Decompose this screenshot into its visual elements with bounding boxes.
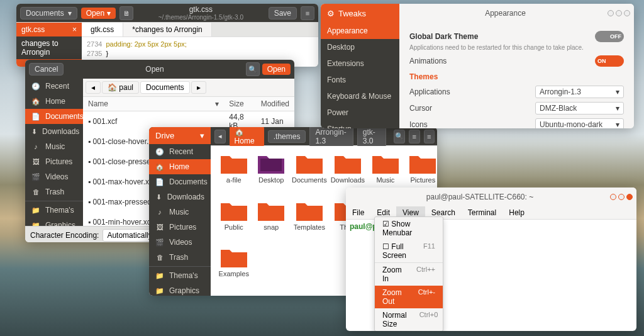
open-button[interactable]: Open <box>262 64 291 75</box>
open-button[interactable]: Open ▾ <box>81 8 116 19</box>
search-icon[interactable]: 🔍 <box>394 130 405 143</box>
tab-changes[interactable]: *changes to Arrongin <box>123 23 211 36</box>
sidebar-item[interactable]: 📁Thema's <box>25 203 83 218</box>
anim-toggle[interactable]: ON <box>595 55 624 67</box>
place-icon: ⬇ <box>155 193 162 201</box>
close-icon[interactable]: × <box>72 25 77 34</box>
menubar-item[interactable]: Help <box>502 206 531 219</box>
sidebar-item[interactable]: 🕘Recent <box>149 144 211 159</box>
folder-item[interactable]: Public <box>217 199 251 243</box>
new-doc-icon[interactable]: 🗎 <box>119 6 133 20</box>
sidebar-item[interactable]: 🖼Pictures <box>25 154 83 169</box>
chevron-down-icon[interactable]: ▾ <box>200 131 204 140</box>
window-close-icon[interactable] <box>626 194 633 200</box>
col-modified[interactable]: Modified <box>256 97 294 111</box>
col-name[interactable]: Name <box>83 97 210 111</box>
terminal-window: paul@paul-SATELLITE-C660: ~ FileEditView… <box>346 188 636 331</box>
tweaks-nav-item[interactable]: Desktop <box>321 39 399 55</box>
sidebar-item[interactable]: ♪Music <box>25 139 83 154</box>
sidebar-item[interactable]: 📄Documents <box>25 109 83 124</box>
window-close-icon[interactable] <box>624 10 630 16</box>
themes-header: Themes <box>409 72 624 81</box>
menubar-item[interactable]: File <box>346 206 370 219</box>
sidebar-item[interactable]: 🏠Home <box>25 94 83 109</box>
path-user[interactable]: 🏠 paul <box>102 81 139 94</box>
cancel-button[interactable]: Cancel <box>29 63 64 76</box>
tweaks-nav-item[interactable]: Fonts <box>321 72 399 88</box>
back-button[interactable]: ◂ <box>86 81 101 94</box>
place-icon: ⬇ <box>31 128 37 136</box>
editor-filename: gtk.css <box>137 5 265 14</box>
tweaks-nav-item[interactable]: Keyboard & Mouse <box>321 88 399 104</box>
file-icon: ▪ <box>88 157 91 166</box>
docs-dropdown[interactable]: Documents ▾ <box>20 7 77 20</box>
crumb[interactable]: gtk-3.0 <box>357 127 387 147</box>
folder-item[interactable]: Templates <box>292 199 327 243</box>
crumb[interactable]: .themes <box>268 130 306 143</box>
theme-select[interactable]: Ubuntu-mono-dark▾ <box>535 118 624 128</box>
sidebar-item[interactable]: 📁Graphics <box>149 283 211 296</box>
tweaks-nav-item[interactable]: Startup Applications <box>321 121 399 128</box>
folder-item[interactable]: Desktop <box>255 152 289 196</box>
search-icon[interactable]: 🔍 <box>246 62 260 76</box>
sidebar-item[interactable]: ♪Music <box>149 204 211 220</box>
sidebar-item[interactable]: 🏠Home <box>149 159 211 174</box>
encoding-label: Character Encoding: <box>30 231 99 240</box>
tab-gtk-css[interactable]: gtk.css <box>82 23 123 36</box>
side-tab[interactable]: changes to Arrongin <box>16 36 82 59</box>
crumb-home[interactable]: 🏠 Home <box>230 127 264 147</box>
theme-select[interactable]: Arrongin-1.3▾ <box>535 86 624 98</box>
file-icon: ▪ <box>88 198 91 206</box>
folder-item[interactable]: snap <box>255 199 289 243</box>
window-min-icon[interactable] <box>608 10 614 16</box>
gdt-toggle[interactable]: OFF <box>595 31 624 42</box>
save-button[interactable]: Save <box>269 7 297 20</box>
window-min-icon[interactable] <box>610 194 616 200</box>
sidebar-item[interactable]: 🎬Videos <box>149 235 211 250</box>
editor-filepath: ~/.themes/Arrongin-1.5/gtk-3.0 <box>137 14 265 21</box>
home-icon: 🏠 <box>235 128 244 137</box>
window-max-icon[interactable] <box>616 10 622 16</box>
folder-item[interactable]: Documents <box>292 152 327 196</box>
home-icon: 🏠 <box>108 83 117 92</box>
sidebar-item[interactable]: 📁Thema's <box>149 268 211 283</box>
sidebar-item[interactable]: 🗑Trash <box>25 184 83 199</box>
path-documents[interactable]: Documents <box>140 81 190 94</box>
crumb[interactable]: Arrongin-1.3 <box>309 127 353 147</box>
menu-item[interactable]: Zoom InCtrl++ <box>375 263 443 286</box>
folder-item[interactable]: Examples <box>217 246 251 289</box>
menu-item[interactable]: Normal SizeCtrl+0 <box>375 308 443 331</box>
theme-select[interactable]: DMZ-Black▾ <box>535 102 624 115</box>
view-menu-popup: ☑ Show Menubar☐ Full ScreenF11Zoom InCtr… <box>374 216 443 331</box>
tweaks-nav-item[interactable]: Appearance <box>321 23 399 39</box>
sidebar-item[interactable]: 📄Documents <box>149 174 211 189</box>
tweaks-nav-item[interactable]: Power <box>321 104 399 121</box>
sidebar-item[interactable]: ⬇Downloads <box>25 124 83 139</box>
folder-item[interactable]: a-file <box>217 152 251 196</box>
sidebar-item[interactable]: 🎬Videos <box>25 169 83 184</box>
folder-icon: 📁 <box>155 287 164 295</box>
sidebar-item[interactable]: 🗑Trash <box>149 250 211 265</box>
sidebar-item[interactable]: 📁Graphics <box>25 218 83 226</box>
col-sort[interactable]: ▾ <box>210 97 225 111</box>
menubar-item[interactable]: Terminal <box>462 206 502 219</box>
side-tab[interactable]: gtk.css× <box>16 23 82 36</box>
hamburger-icon[interactable]: ≡ <box>424 130 435 143</box>
hamburger-icon[interactable]: ≡ <box>301 6 314 20</box>
sidebar-item[interactable]: 🕘Recent <box>25 79 83 94</box>
menu-item[interactable]: ☑ Show Menubar <box>375 217 443 240</box>
menu-item[interactable]: Zoom OutCtrl+- <box>375 286 443 308</box>
place-icon: 🗑 <box>31 188 40 196</box>
place-icon: 🏠 <box>31 98 40 106</box>
list-view-icon[interactable]: ≡ <box>409 130 420 143</box>
tweaks-nav-item[interactable]: Extensions <box>321 55 399 72</box>
forward-button[interactable]: ▸ <box>191 81 206 94</box>
sidebar-item[interactable]: ⬇Downloads <box>149 189 211 204</box>
back-button[interactable]: ◂ <box>214 130 226 143</box>
gdt-desc: Applications need to be restarted for th… <box>409 44 624 51</box>
place-icon: 🏠 <box>155 163 164 171</box>
sidebar-item[interactable]: 🖼Pictures <box>149 220 211 235</box>
window-max-icon[interactable] <box>618 194 625 200</box>
col-size[interactable]: Size <box>224 97 255 111</box>
menu-item[interactable]: ☐ Full ScreenF11 <box>375 240 443 262</box>
